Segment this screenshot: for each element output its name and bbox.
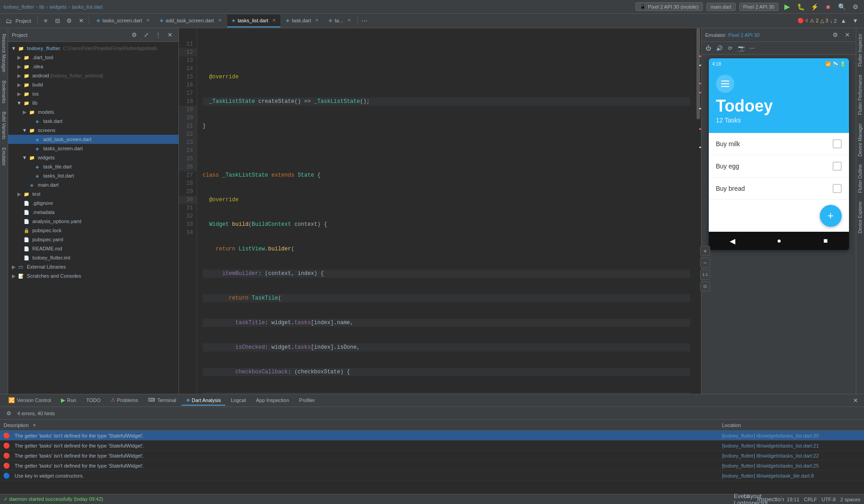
stop-button[interactable]: ■ — [823, 2, 833, 12]
tree-pubspec-yaml[interactable]: ▶ 📄 pubspec.yaml — [8, 235, 178, 244]
debug-button[interactable]: 🐛 — [796, 2, 806, 12]
filter-icon[interactable]: ⚙ — [4, 408, 14, 418]
volume-icon[interactable]: 🔊 — [714, 43, 724, 53]
emulator-tab[interactable]: Emulator — [0, 144, 7, 169]
power-icon[interactable]: ⏻ — [703, 43, 713, 53]
more-emulator[interactable]: ⋯ — [747, 43, 757, 53]
sidebar-gear[interactable]: ⚙ — [129, 30, 139, 40]
zoom-in[interactable]: + — [700, 246, 710, 256]
tab-task[interactable]: ◈ task.dart ✕ — [281, 15, 323, 27]
close-tab-1[interactable]: ✕ — [218, 18, 222, 23]
home-button[interactable]: ● — [777, 237, 782, 245]
error-row-1[interactable]: 🔴 The getter 'tasks' isn't defined for t… — [0, 441, 864, 451]
bookmarks-tab[interactable]: Bookmarks — [0, 77, 7, 107]
tab-ta[interactable]: ◈ ta... ✕ — [324, 15, 355, 27]
tree-iml[interactable]: ▶ 📄 todoey_flutter.iml — [8, 253, 178, 262]
error-row-3[interactable]: 🔴 The getter 'tasks' isn't defined for t… — [0, 461, 864, 471]
tree-build[interactable]: ▶ 📁 build — [8, 80, 178, 89]
zoom-fit[interactable]: ⊡ — [700, 281, 710, 291]
emulator-close[interactable]: ✕ — [842, 30, 852, 40]
task-checkbox-0[interactable] — [833, 139, 842, 148]
editor-scrollbar[interactable] — [696, 28, 701, 394]
tree-idea[interactable]: ▶ 📁 .idea — [8, 62, 178, 71]
back-button[interactable]: ◀ — [730, 237, 735, 245]
tab-version-control[interactable]: 🔀 Version Control — [4, 395, 56, 406]
inspection-btn[interactable]: Inspection — [766, 494, 776, 504]
error-row-2[interactable]: 🔴 The getter 'tasks' isn't defined for t… — [0, 451, 864, 461]
task-item-0[interactable]: Buy milk — [709, 133, 849, 155]
tree-screens[interactable]: ▼ 📁 screens — [8, 126, 178, 135]
sidebar-settings[interactable]: ⋮ — [153, 30, 163, 40]
up-arrow[interactable]: ▲ — [839, 16, 849, 26]
device-explorer-tab[interactable]: Device Explorer — [857, 198, 864, 237]
zoom-1-1[interactable]: 1:1 — [700, 270, 710, 280]
sidebar-close[interactable]: ✕ — [165, 30, 175, 40]
tab-terminal[interactable]: ⌨ Terminal — [143, 395, 181, 406]
tree-task-dart[interactable]: ▶ ◈ task.dart — [8, 117, 178, 126]
tree-readme[interactable]: ▶ 📄 README.md — [8, 244, 178, 253]
run-button[interactable]: ▶ — [782, 2, 792, 12]
settings-icon[interactable]: ⚙ — [850, 2, 860, 12]
scrollbar-thumb[interactable] — [696, 28, 700, 119]
down-arrow[interactable]: ▼ — [850, 16, 860, 26]
more-tabs[interactable]: ⋯ — [360, 16, 370, 26]
tab-run[interactable]: ▶ Run — [56, 395, 81, 406]
tab-dart-analysis[interactable]: ◈ Dart Analysis — [182, 395, 225, 406]
task-checkbox-2[interactable] — [833, 184, 842, 193]
tree-main-dart[interactable]: ▶ ◈ main.dart — [8, 180, 178, 189]
device-selector[interactable]: 📱 Pixel 2 API 30 (mobile) — [635, 2, 702, 11]
tree-gitignore[interactable]: ▶ 📄 .gitignore — [8, 199, 178, 208]
error-row-4[interactable]: 🔵 Use key in widget constructors. [todoe… — [0, 471, 864, 481]
build-variants-tab[interactable]: Build Variants — [0, 108, 7, 143]
tab-app-inspection[interactable]: App Inspection — [251, 396, 294, 406]
settings2[interactable]: ⚙ — [64, 16, 74, 26]
app-menu-button[interactable] — [716, 75, 734, 93]
run-config-selector[interactable]: main.dart — [706, 3, 736, 11]
tree-tasks-list[interactable]: ▶ ◈ tasks_list.dart — [8, 171, 178, 180]
flutter-inspector-tab[interactable]: Flutter Inspector — [857, 30, 864, 70]
rotate-icon[interactable]: ⟳ — [725, 43, 735, 53]
close-tab-3[interactable]: ✕ — [315, 18, 319, 23]
tab-tasks-list[interactable]: ◈ tasks_list.dart ✕ — [227, 15, 280, 27]
sidebar-expand[interactable]: ⤢ — [141, 30, 151, 40]
api-selector[interactable]: Pixel 2 API 30 — [739, 3, 779, 11]
tree-models[interactable]: ▶ 📁 models — [8, 107, 178, 117]
tab-logcat[interactable]: Logcat — [226, 396, 250, 406]
search-everywhere[interactable]: 🔍 — [837, 2, 847, 12]
zoom-out[interactable]: − — [700, 258, 710, 268]
coverage-button[interactable]: ⚡ — [809, 2, 819, 12]
code-content[interactable]: @override _TaskListState createState() =… — [197, 28, 696, 394]
screenshot-icon[interactable]: 📷 — [736, 43, 746, 53]
close-tab-0[interactable]: ✕ — [146, 18, 150, 23]
close-panel[interactable]: ✕ — [76, 16, 86, 26]
tree-tasks-screen[interactable]: ▶ ◈ tasks_screen.dart — [8, 144, 178, 153]
tree-scratches[interactable]: ▶ 📝 Scratches and Consoles — [8, 271, 178, 280]
flutter-performance-tab[interactable]: Flutter Performance — [857, 71, 864, 118]
task-item-2[interactable]: Buy bread — [709, 178, 849, 200]
tree-task-tile[interactable]: ▶ ◈ task_tile.dart — [8, 162, 178, 171]
tree-root[interactable]: ▼ 📁 todoey_flutter C:\Users\Peter\Projek… — [8, 44, 178, 53]
close-tab-2[interactable]: ✕ — [272, 18, 276, 23]
tab-todo[interactable]: TODO — [81, 396, 105, 406]
flutter-outline-tab[interactable]: Flutter Outline — [857, 161, 864, 197]
tree-metadata[interactable]: ▶ 📄 .metadata — [8, 208, 178, 217]
fab-button[interactable]: + — [820, 205, 842, 227]
collapse-all[interactable]: ⊟ — [52, 16, 62, 26]
recents-button[interactable]: ■ — [823, 237, 828, 245]
sort-arrow[interactable]: ▼ — [32, 423, 37, 428]
task-item-1[interactable]: Buy egg — [709, 155, 849, 178]
tree-pubspec-lock[interactable]: ▶ 🔒 pubspec.lock — [8, 226, 178, 235]
tree-test[interactable]: ▶ 📁 test — [8, 189, 178, 199]
tree-widgets[interactable]: ▼ 📁 widgets — [8, 153, 178, 162]
tab-tasks-screen[interactable]: ◈ tasks_screen.dart ✕ — [92, 15, 154, 27]
bottom-close-btn[interactable]: ✕ — [850, 396, 860, 406]
tree-dart-tool[interactable]: ▶ 📁 .dart_tool — [8, 53, 178, 62]
tree-android[interactable]: ▶ 📁 android [todoey_flutter_android] — [8, 71, 178, 80]
resource-manager-tab[interactable]: Resource Manager — [0, 30, 7, 76]
tree-lib[interactable]: ▼ 📁 lib — [8, 98, 178, 107]
tab-add-task-screen[interactable]: ◈ add_task_screen.dart ✕ — [155, 15, 226, 27]
close-tab-4[interactable]: ✕ — [347, 18, 351, 23]
task-checkbox-1[interactable] — [833, 162, 842, 171]
emulator-settings[interactable]: ⚙ — [830, 30, 840, 40]
recent-files[interactable]: ≡ — [41, 16, 51, 26]
